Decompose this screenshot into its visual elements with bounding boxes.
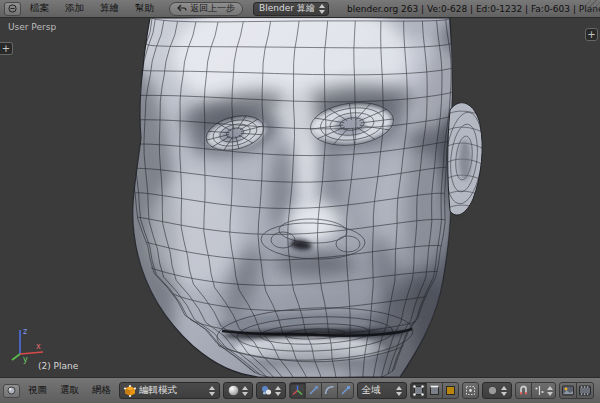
snap-toggle-button[interactable]: [515, 382, 532, 399]
stepper-icon: [319, 4, 325, 14]
axis-x-label: x: [36, 342, 41, 351]
info-header: 檔案 添加 算繪 幫助 返回上一步 Blender 算繪 blender.org…: [0, 0, 600, 18]
pivot-icon: [261, 385, 272, 396]
shading-sphere-icon: [228, 385, 239, 396]
menu-file[interactable]: 檔案: [23, 1, 56, 16]
manipulator-scale-button[interactable]: [337, 382, 354, 399]
edge-select-button[interactable]: [426, 382, 443, 399]
back-arrow-icon: [177, 4, 187, 13]
render-image-icon: [562, 385, 574, 396]
transform-orientation-dropdown[interactable]: 全域: [357, 382, 407, 399]
stepper-icon: [209, 386, 215, 396]
stepper-icon: [547, 386, 553, 396]
editor-type-selector-info[interactable]: [4, 2, 21, 16]
editmode-cube-icon: [124, 385, 136, 397]
manipulator-toggle-button[interactable]: [289, 382, 306, 399]
stepper-icon: [396, 386, 402, 396]
viewport-3d[interactable]: User Persp + + x y z (2) Plane: [0, 18, 600, 377]
opengl-render-image-button[interactable]: [559, 382, 577, 399]
occlude-geometry-icon: [465, 385, 476, 396]
scale-icon: [340, 385, 351, 396]
axis-y-label: y: [23, 355, 28, 364]
menu-select3d[interactable]: 選取: [55, 383, 84, 398]
manipulator-axes-icon: [292, 385, 303, 396]
opengl-render-group: [559, 382, 594, 399]
back-button-label: 返回上一步: [190, 2, 235, 15]
mode-dropdown[interactable]: 編輯模式: [119, 382, 220, 399]
snap-element-dropdown[interactable]: [531, 382, 556, 399]
info-editor-icon: [8, 4, 17, 13]
menu-add[interactable]: 添加: [58, 1, 91, 16]
view3d-editor-icon: [7, 386, 16, 395]
face-select-icon: [445, 385, 456, 396]
viewport-shading-dropdown[interactable]: [223, 382, 253, 399]
snap-increment-icon: [534, 385, 545, 396]
vertex-select-button[interactable]: [410, 382, 427, 399]
viewport-header: 視圖 選取 網格 編輯模式: [0, 377, 600, 403]
rotate-arc-icon: [324, 385, 335, 396]
manipulator-group: [289, 382, 354, 399]
view-perspective-label: User Persp: [8, 22, 56, 32]
render-engine-dropdown[interactable]: Blender 算繪: [253, 2, 329, 16]
axis-z-label: z: [23, 327, 27, 336]
orientation-value: 全域: [362, 384, 393, 397]
opengl-render-anim-button[interactable]: [576, 382, 594, 399]
menu-view3d[interactable]: 視圖: [23, 383, 52, 398]
render-anim-icon: [579, 385, 591, 396]
select-mode-group: [410, 382, 459, 399]
blender-window: 檔案 添加 算繪 幫助 返回上一步 Blender 算繪 blender.org…: [0, 0, 600, 403]
magnet-icon: [518, 385, 529, 396]
translate-arrow-icon: [308, 385, 319, 396]
stepper-icon: [501, 386, 507, 396]
menu-help[interactable]: 幫助: [128, 1, 161, 16]
proportional-editing-dropdown[interactable]: [482, 382, 512, 399]
stepper-icon: [275, 386, 281, 396]
scene-stats: blender.org 263 | Ve:0-628 | Ed:0-1232 |…: [347, 4, 600, 14]
edge-select-icon: [429, 385, 440, 396]
manipulator-rotate-button[interactable]: [321, 382, 338, 399]
properties-expand-button[interactable]: +: [585, 28, 598, 41]
manipulator-translate-button[interactable]: [305, 382, 322, 399]
face-select-button[interactable]: [442, 382, 459, 399]
menu-mesh[interactable]: 網格: [87, 383, 116, 398]
limit-selection-visible-button[interactable]: [462, 382, 479, 399]
pivot-point-dropdown[interactable]: [256, 382, 286, 399]
engine-value: Blender 算繪: [259, 2, 315, 15]
editor-type-selector-3dview[interactable]: [3, 384, 20, 398]
stepper-icon: [242, 386, 248, 396]
axis-gizmo: x y z: [6, 325, 48, 365]
snap-group: [515, 382, 556, 399]
toolshelf-expand-button[interactable]: +: [0, 42, 13, 55]
mesh-head-model: [0, 18, 600, 377]
menu-render[interactable]: 算繪: [93, 1, 126, 16]
vertex-select-icon: [413, 385, 424, 396]
back-one-step-button[interactable]: 返回上一步: [169, 2, 243, 16]
window-resize-grip[interactable]: [586, 0, 600, 14]
proportional-circle-icon: [487, 385, 498, 396]
active-object-label: (2) Plane: [38, 361, 78, 371]
mode-value: 編輯模式: [139, 384, 206, 397]
